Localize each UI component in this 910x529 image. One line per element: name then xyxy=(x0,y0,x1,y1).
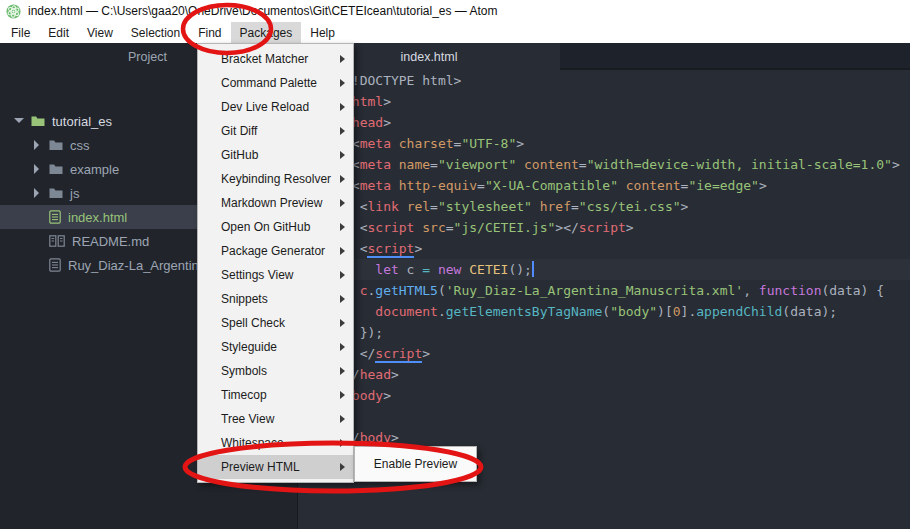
menu-item-label: Tree View xyxy=(221,412,274,426)
menu-item-git-diff[interactable]: Git Diff xyxy=(198,119,353,143)
menu-item-markdown-preview[interactable]: Markdown Preview xyxy=(198,191,353,215)
code-line[interactable]: <head> xyxy=(298,112,910,133)
menubar-item-view[interactable]: View xyxy=(78,22,122,43)
chevron-spacer xyxy=(32,260,42,270)
code-line[interactable]: <body> xyxy=(298,385,910,406)
submenu-arrow-icon xyxy=(340,55,345,63)
menubar-item-packages[interactable]: Packages xyxy=(231,22,302,43)
code-line[interactable]: <meta name="viewport" content="width=dev… xyxy=(298,154,910,175)
menu-item-tree-view[interactable]: Tree View xyxy=(198,407,353,431)
menu-item-label: Package Generator xyxy=(221,244,325,258)
menu-item-dev-live-reload[interactable]: Dev Live Reload xyxy=(198,95,353,119)
code-line[interactable]: <meta http-equiv="X-UA-Compatible" conte… xyxy=(298,175,910,196)
code-line[interactable]: </head> xyxy=(298,364,910,385)
chevron-right-icon[interactable] xyxy=(32,140,42,150)
menu-item-label: Spell Check xyxy=(221,316,285,330)
title-bar: index.html — C:\Users\gaa20\OneDrive\Doc… xyxy=(0,0,910,22)
submenu-arrow-icon xyxy=(340,127,345,135)
submenu-arrow-icon xyxy=(340,391,345,399)
submenu-arrow-icon xyxy=(340,103,345,111)
menu-item-label: Styleguide xyxy=(221,340,277,354)
menu-item-label: Symbols xyxy=(221,364,267,378)
tab-bar: index.html xyxy=(298,43,910,70)
menu-item-package-generator[interactable]: Package Generator xyxy=(198,239,353,263)
menu-item-label: Git Diff xyxy=(221,124,257,138)
menu-item-whitespace[interactable]: Whitespace xyxy=(198,431,353,455)
code-line[interactable]: let c = new CETEI(); xyxy=(298,259,910,280)
menubar-item-selection[interactable]: Selection xyxy=(122,22,189,43)
menu-item-settings-view[interactable]: Settings View xyxy=(198,263,353,287)
submenu-arrow-icon xyxy=(340,343,345,351)
menu-item-label: GitHub xyxy=(221,148,258,162)
menu-item-symbols[interactable]: Symbols xyxy=(198,359,353,383)
tree-item-label: index.html xyxy=(68,210,127,225)
menu-item-label: Preview HTML xyxy=(221,460,300,474)
menu-item-github[interactable]: GitHub xyxy=(198,143,353,167)
chevron-spacer xyxy=(32,212,42,222)
menubar-item-find[interactable]: Find xyxy=(189,22,230,43)
code-line[interactable]: <link rel="stylesheet" href="css/tei.css… xyxy=(298,196,910,217)
code-line[interactable]: }); xyxy=(298,322,910,343)
menu-item-open-on-github[interactable]: Open On GitHub xyxy=(198,215,353,239)
code-line[interactable]: <html> xyxy=(298,91,910,112)
code-line[interactable]: <meta charset="UTF-8"> xyxy=(298,133,910,154)
submenu-arrow-icon xyxy=(340,151,345,159)
enable-preview-label: Enable Preview xyxy=(374,457,457,471)
menu-item-label: Markdown Preview xyxy=(221,196,322,210)
code-area[interactable]: <!DOCTYPE html><html><head> <meta charse… xyxy=(298,70,910,448)
menu-item-label: Whitespace xyxy=(221,436,284,450)
folder-icon xyxy=(49,187,63,199)
submenu-arrow-icon xyxy=(340,199,345,207)
menu-item-command-palette[interactable]: Command Palette xyxy=(198,71,353,95)
tree-item-label: README.md xyxy=(72,234,149,249)
menu-item-label: Command Palette xyxy=(221,76,317,90)
atom-logo-icon xyxy=(6,4,21,19)
tree-item-label: tutorial_es xyxy=(52,114,112,129)
code-line[interactable]: </script> xyxy=(298,343,910,364)
menu-item-styleguide[interactable]: Styleguide xyxy=(198,335,353,359)
code-line[interactable]: <script src="js/CETEI.js"></script> xyxy=(298,217,910,238)
submenu-arrow-icon xyxy=(340,439,345,447)
menu-item-keybinding-resolver[interactable]: Keybinding Resolver xyxy=(198,167,353,191)
submenu-arrow-icon xyxy=(340,271,345,279)
tree-item-label: js xyxy=(70,186,79,201)
enable-preview-menu-item[interactable]: Enable Preview xyxy=(354,446,477,482)
menu-bar: FileEditViewSelectionFindPackagesHelp xyxy=(0,22,910,43)
chevron-right-icon[interactable] xyxy=(32,164,42,174)
tree-item-label: example xyxy=(70,162,119,177)
menu-item-label: Timecop xyxy=(221,388,267,402)
menubar-item-edit[interactable]: Edit xyxy=(39,22,78,43)
menu-item-label: Settings View xyxy=(221,268,294,282)
code-line[interactable]: c.getHTML5('Ruy_Diaz-La_Argentina_Manusc… xyxy=(298,280,910,301)
code-line[interactable]: document.getElementsByTagName("body")[0]… xyxy=(298,301,910,322)
book-icon xyxy=(49,235,65,247)
menu-item-label: Bracket Matcher xyxy=(221,52,308,66)
menu-item-label: Dev Live Reload xyxy=(221,100,309,114)
tree-item-label: css xyxy=(70,138,90,153)
chevron-down-icon[interactable] xyxy=(14,116,24,126)
code-line[interactable]: </body> xyxy=(298,427,910,448)
menubar-item-help[interactable]: Help xyxy=(301,22,344,43)
tab-label: index.html xyxy=(401,50,458,64)
menu-item-label: Keybinding Resolver xyxy=(221,172,331,186)
menu-item-snippets[interactable]: Snippets xyxy=(198,287,353,311)
chevron-right-icon[interactable] xyxy=(32,188,42,198)
menu-item-timecop[interactable]: Timecop xyxy=(198,383,353,407)
code-line[interactable]: <script> xyxy=(298,238,910,259)
submenu-arrow-icon xyxy=(340,367,345,375)
folder-icon xyxy=(49,139,63,151)
menu-item-label: Snippets xyxy=(221,292,268,306)
submenu-arrow-icon xyxy=(340,463,345,471)
code-line[interactable]: <!DOCTYPE html> xyxy=(298,70,910,91)
folder-icon xyxy=(49,163,63,175)
packages-menu: Bracket MatcherCommand PaletteDev Live R… xyxy=(197,43,354,483)
project-panel-title: Project xyxy=(128,50,167,64)
menubar-item-file[interactable]: File xyxy=(2,22,39,43)
menu-item-preview-html[interactable]: Preview HTML xyxy=(198,455,353,479)
code-line[interactable] xyxy=(298,406,910,427)
menu-item-spell-check[interactable]: Spell Check xyxy=(198,311,353,335)
text-cursor xyxy=(532,261,534,277)
menu-item-bracket-matcher[interactable]: Bracket Matcher xyxy=(198,47,353,71)
submenu-arrow-icon xyxy=(340,247,345,255)
submenu-arrow-icon xyxy=(340,319,345,327)
